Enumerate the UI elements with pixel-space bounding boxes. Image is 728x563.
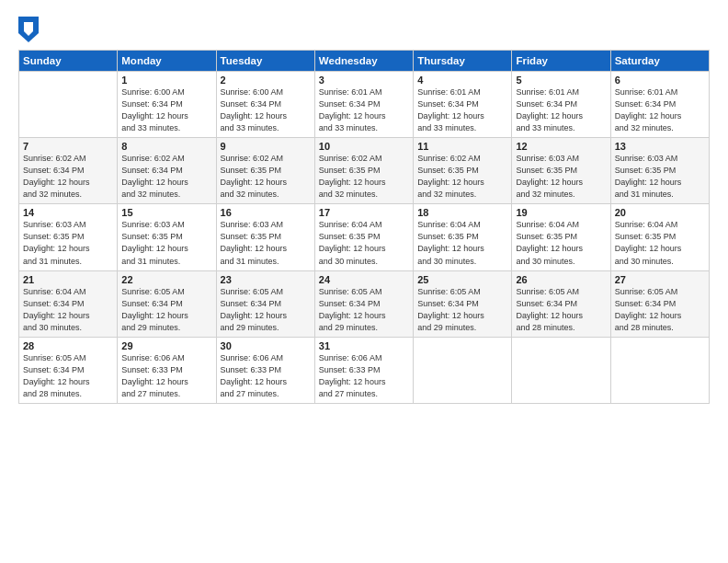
- day-number: 24: [319, 274, 409, 285]
- header-day-thursday: Thursday: [414, 51, 512, 72]
- day-info: Sunrise: 6:05 AMSunset: 6:34 PMDaylight:…: [221, 286, 311, 334]
- calendar-cell: 11Sunrise: 6:02 AMSunset: 6:35 PMDayligh…: [414, 138, 512, 204]
- day-info: Sunrise: 6:03 AMSunset: 6:35 PMDaylight:…: [121, 219, 211, 267]
- day-number: 10: [319, 141, 409, 152]
- day-number: 2: [221, 75, 311, 86]
- logo: [18, 17, 42, 42]
- day-number: 15: [121, 207, 211, 218]
- calendar-cell: 4Sunrise: 6:01 AMSunset: 6:34 PMDaylight…: [414, 72, 512, 138]
- calendar-cell: 18Sunrise: 6:04 AMSunset: 6:35 PMDayligh…: [414, 204, 512, 270]
- day-number: 27: [615, 274, 705, 285]
- day-info: Sunrise: 6:00 AMSunset: 6:34 PMDaylight:…: [221, 86, 311, 134]
- day-number: 8: [121, 141, 211, 152]
- calendar-cell: 20Sunrise: 6:04 AMSunset: 6:35 PMDayligh…: [610, 204, 709, 270]
- day-info: Sunrise: 6:04 AMSunset: 6:34 PMDaylight:…: [23, 286, 113, 334]
- day-number: 1: [121, 75, 211, 86]
- day-number: 13: [615, 141, 705, 152]
- calendar-cell: 19Sunrise: 6:04 AMSunset: 6:35 PMDayligh…: [512, 204, 610, 270]
- header-day-friday: Friday: [512, 51, 610, 72]
- calendar-cell: 10Sunrise: 6:02 AMSunset: 6:35 PMDayligh…: [314, 138, 413, 204]
- calendar-cell: 3Sunrise: 6:01 AMSunset: 6:34 PMDaylight…: [314, 72, 413, 138]
- day-info: Sunrise: 6:05 AMSunset: 6:34 PMDaylight:…: [23, 352, 113, 400]
- day-number: 3: [319, 75, 409, 86]
- day-info: Sunrise: 6:03 AMSunset: 6:35 PMDaylight:…: [221, 219, 311, 267]
- day-number: 14: [23, 207, 113, 218]
- day-number: 5: [516, 75, 606, 86]
- day-info: Sunrise: 6:06 AMSunset: 6:33 PMDaylight:…: [221, 352, 311, 400]
- week-row-1: 1Sunrise: 6:00 AMSunset: 6:34 PMDaylight…: [19, 72, 710, 138]
- calendar-cell: 30Sunrise: 6:06 AMSunset: 6:33 PMDayligh…: [216, 337, 314, 403]
- day-info: Sunrise: 6:00 AMSunset: 6:34 PMDaylight:…: [121, 86, 211, 134]
- calendar-cell: 28Sunrise: 6:05 AMSunset: 6:34 PMDayligh…: [19, 337, 118, 403]
- day-info: Sunrise: 6:04 AMSunset: 6:35 PMDaylight:…: [417, 219, 507, 267]
- calendar-cell: 12Sunrise: 6:03 AMSunset: 6:35 PMDayligh…: [512, 138, 610, 204]
- day-info: Sunrise: 6:05 AMSunset: 6:34 PMDaylight:…: [516, 286, 606, 334]
- calendar-cell: 16Sunrise: 6:03 AMSunset: 6:35 PMDayligh…: [216, 204, 314, 270]
- calendar-cell: 29Sunrise: 6:06 AMSunset: 6:33 PMDayligh…: [118, 337, 216, 403]
- day-info: Sunrise: 6:05 AMSunset: 6:34 PMDaylight:…: [319, 286, 409, 334]
- logo-icon: [18, 17, 39, 42]
- day-number: 19: [516, 207, 606, 218]
- calendar-cell: 31Sunrise: 6:06 AMSunset: 6:33 PMDayligh…: [314, 337, 413, 403]
- day-number: 6: [615, 75, 705, 86]
- day-number: 17: [319, 207, 409, 218]
- calendar-cell: 6Sunrise: 6:01 AMSunset: 6:34 PMDaylight…: [610, 72, 709, 138]
- day-number: 25: [417, 274, 507, 285]
- calendar-cell: 21Sunrise: 6:04 AMSunset: 6:34 PMDayligh…: [19, 270, 118, 337]
- header-day-wednesday: Wednesday: [314, 51, 413, 72]
- day-number: 21: [23, 274, 113, 285]
- day-info: Sunrise: 6:03 AMSunset: 6:35 PMDaylight:…: [615, 153, 705, 201]
- day-info: Sunrise: 6:01 AMSunset: 6:34 PMDaylight:…: [417, 86, 507, 134]
- day-info: Sunrise: 6:01 AMSunset: 6:34 PMDaylight:…: [516, 86, 606, 134]
- calendar-cell: [610, 337, 709, 403]
- day-number: 16: [221, 207, 311, 218]
- day-info: Sunrise: 6:01 AMSunset: 6:34 PMDaylight:…: [615, 86, 705, 134]
- header-day-saturday: Saturday: [610, 51, 709, 72]
- calendar-cell: 8Sunrise: 6:02 AMSunset: 6:34 PMDaylight…: [118, 138, 216, 204]
- calendar-cell: [414, 337, 512, 403]
- day-info: Sunrise: 6:02 AMSunset: 6:35 PMDaylight:…: [319, 153, 409, 201]
- day-info: Sunrise: 6:02 AMSunset: 6:34 PMDaylight:…: [23, 153, 113, 201]
- calendar-cell: 25Sunrise: 6:05 AMSunset: 6:34 PMDayligh…: [414, 270, 512, 337]
- day-info: Sunrise: 6:04 AMSunset: 6:35 PMDaylight:…: [319, 219, 409, 267]
- header-day-sunday: Sunday: [19, 51, 118, 72]
- calendar-cell: [19, 72, 118, 138]
- day-number: 4: [417, 75, 507, 86]
- day-info: Sunrise: 6:03 AMSunset: 6:35 PMDaylight:…: [23, 219, 113, 267]
- day-number: 22: [121, 274, 211, 285]
- day-info: Sunrise: 6:05 AMSunset: 6:34 PMDaylight:…: [121, 286, 211, 334]
- day-number: 30: [221, 340, 311, 351]
- day-info: Sunrise: 6:04 AMSunset: 6:35 PMDaylight:…: [615, 219, 705, 267]
- week-row-2: 7Sunrise: 6:02 AMSunset: 6:34 PMDaylight…: [19, 138, 710, 204]
- day-info: Sunrise: 6:03 AMSunset: 6:35 PMDaylight:…: [516, 153, 606, 201]
- calendar-cell: 7Sunrise: 6:02 AMSunset: 6:34 PMDaylight…: [19, 138, 118, 204]
- calendar-cell: [512, 337, 610, 403]
- header: [18, 17, 710, 42]
- day-info: Sunrise: 6:02 AMSunset: 6:35 PMDaylight:…: [221, 153, 311, 201]
- day-number: 23: [221, 274, 311, 285]
- header-row: SundayMondayTuesdayWednesdayThursdayFrid…: [19, 51, 710, 72]
- day-info: Sunrise: 6:02 AMSunset: 6:34 PMDaylight:…: [121, 153, 211, 201]
- calendar-cell: 22Sunrise: 6:05 AMSunset: 6:34 PMDayligh…: [118, 270, 216, 337]
- header-day-monday: Monday: [118, 51, 216, 72]
- calendar-cell: 27Sunrise: 6:05 AMSunset: 6:34 PMDayligh…: [610, 270, 709, 337]
- day-number: 7: [23, 141, 113, 152]
- header-day-tuesday: Tuesday: [216, 51, 314, 72]
- calendar-cell: 26Sunrise: 6:05 AMSunset: 6:34 PMDayligh…: [512, 270, 610, 337]
- day-info: Sunrise: 6:05 AMSunset: 6:34 PMDaylight:…: [615, 286, 705, 334]
- day-info: Sunrise: 6:04 AMSunset: 6:35 PMDaylight:…: [516, 219, 606, 267]
- calendar-table: SundayMondayTuesdayWednesdayThursdayFrid…: [18, 50, 710, 404]
- week-row-3: 14Sunrise: 6:03 AMSunset: 6:35 PMDayligh…: [19, 204, 710, 270]
- day-number: 12: [516, 141, 606, 152]
- calendar-cell: 17Sunrise: 6:04 AMSunset: 6:35 PMDayligh…: [314, 204, 413, 270]
- page: SundayMondayTuesdayWednesdayThursdayFrid…: [0, 0, 728, 563]
- day-number: 31: [319, 340, 409, 351]
- calendar-cell: 1Sunrise: 6:00 AMSunset: 6:34 PMDaylight…: [118, 72, 216, 138]
- calendar-cell: 15Sunrise: 6:03 AMSunset: 6:35 PMDayligh…: [118, 204, 216, 270]
- day-info: Sunrise: 6:06 AMSunset: 6:33 PMDaylight:…: [121, 352, 211, 400]
- day-number: 9: [221, 141, 311, 152]
- calendar-cell: 2Sunrise: 6:00 AMSunset: 6:34 PMDaylight…: [216, 72, 314, 138]
- day-number: 20: [615, 207, 705, 218]
- day-number: 26: [516, 274, 606, 285]
- calendar-cell: 14Sunrise: 6:03 AMSunset: 6:35 PMDayligh…: [19, 204, 118, 270]
